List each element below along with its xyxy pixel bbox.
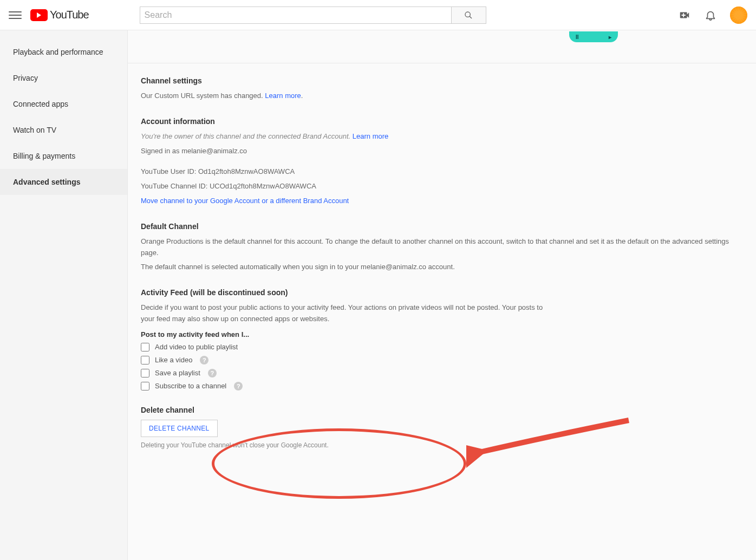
search-input[interactable] [140,6,451,24]
youtube-channel-id: YouTube Channel ID: UCOd1q2ftoh8MznwAO8W… [141,181,743,192]
help-icon[interactable]: ? [200,356,208,364]
sidebar-item-watch-on-tv[interactable]: Watch on TV [0,117,127,143]
notifications-icon[interactable] [704,9,717,22]
avatar[interactable] [730,6,747,24]
sidebar-item-advanced-settings[interactable]: Advanced settings [0,169,127,195]
search-button[interactable] [451,6,486,24]
sidebar-item-connected-apps[interactable]: Connected apps [0,91,127,117]
learn-more-link[interactable]: Learn more [353,132,388,140]
checkbox-row-like-video: Like a video ? [141,356,743,364]
checkbox-add-playlist[interactable] [141,343,149,351]
main-content: II▸ Channel settings Our Custom URL syst… [128,30,756,560]
checkbox-label: Add video to public playlist [155,343,238,351]
search-icon [464,11,473,19]
activity-feed-subheading: Post to my activity feed when I... [141,330,743,338]
svg-line-1 [470,16,472,18]
learn-more-link[interactable]: Learn more [265,92,301,100]
channel-settings-text: Our Custom URL system has changed. [141,92,265,100]
delete-disclaimer: Deleting your YouTube channel won't clos… [141,441,743,449]
youtube-logo[interactable]: YouTube [30,9,89,21]
sidebar: Playback and performance Privacy Connect… [0,30,128,560]
checkbox-row-subscribe: Subscribe to a channel ? [141,382,743,390]
logo-text: YouTube [50,9,89,21]
section-delete-channel: Delete channel DELETE CHANNEL Deleting y… [141,406,743,449]
account-owner-text: You're the owner of this channel and the… [141,132,353,140]
search-form [116,6,510,24]
header: YouTube [0,0,756,30]
sidebar-item-playback[interactable]: Playback and performance [0,39,127,65]
checkbox-row-save-playlist: Save a playlist ? [141,369,743,377]
move-channel-link[interactable]: Move channel to your Google Account or a… [141,197,349,205]
delete-channel-button[interactable]: DELETE CHANNEL [141,420,218,437]
create-video-icon[interactable] [678,9,691,22]
checkbox-subscribe[interactable] [141,382,149,390]
banner-fragment: II▸ [569,31,618,42]
checkbox-row-add-playlist: Add video to public playlist [141,343,743,351]
checkbox-label: Like a video [155,356,192,364]
help-icon[interactable]: ? [234,382,243,390]
default-channel-p1: Orange Productions is the default channe… [141,236,743,259]
checkbox-save-playlist[interactable] [141,369,149,377]
account-info-title: Account information [141,117,743,126]
checkbox-label: Subscribe to a channel [155,382,226,390]
signed-in-text: Signed in as melanie@animalz.co [141,146,743,157]
section-default-channel: Default Channel Orange Productions is th… [141,222,743,273]
activity-feed-title: Activity Feed (will be discontinued soon… [141,288,743,297]
channel-settings-title: Channel settings [141,76,743,85]
sidebar-item-billing[interactable]: Billing & payments [0,143,127,169]
sidebar-item-privacy[interactable]: Privacy [0,65,127,91]
delete-channel-title: Delete channel [141,406,743,414]
hamburger-menu-icon[interactable] [9,9,22,22]
checkbox-like-video[interactable] [141,356,149,364]
svg-point-0 [465,12,470,17]
section-activity-feed: Activity Feed (will be discontinued soon… [141,288,743,390]
default-channel-title: Default Channel [141,222,743,231]
default-channel-p2: The default channel is selected automati… [141,262,743,273]
activity-feed-desc: Decide if you want to post your public a… [141,302,558,325]
section-channel-settings: Channel settings Our Custom URL system h… [141,76,743,102]
header-actions [678,6,747,24]
youtube-user-id: YouTube User ID: Od1q2ftoh8MznwAO8WAWCA [141,166,743,178]
help-icon[interactable]: ? [208,369,217,377]
section-account-info: Account information You're the owner of … [141,117,743,207]
checkbox-label: Save a playlist [155,369,200,377]
